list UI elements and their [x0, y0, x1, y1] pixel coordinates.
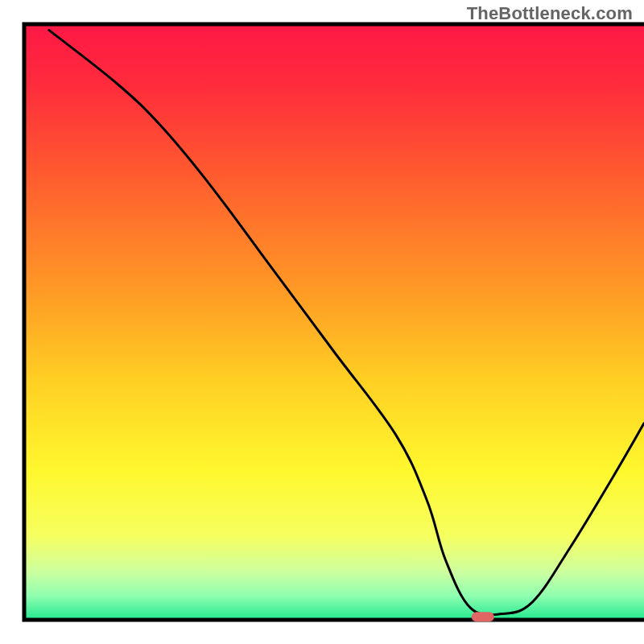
minimum-marker — [472, 612, 494, 621]
chart-wrapper: TheBottleneck.com — [0, 0, 644, 644]
plot-background — [24, 24, 644, 620]
watermark-text: TheBottleneck.com — [467, 3, 633, 24]
bottleneck-chart — [0, 0, 644, 644]
